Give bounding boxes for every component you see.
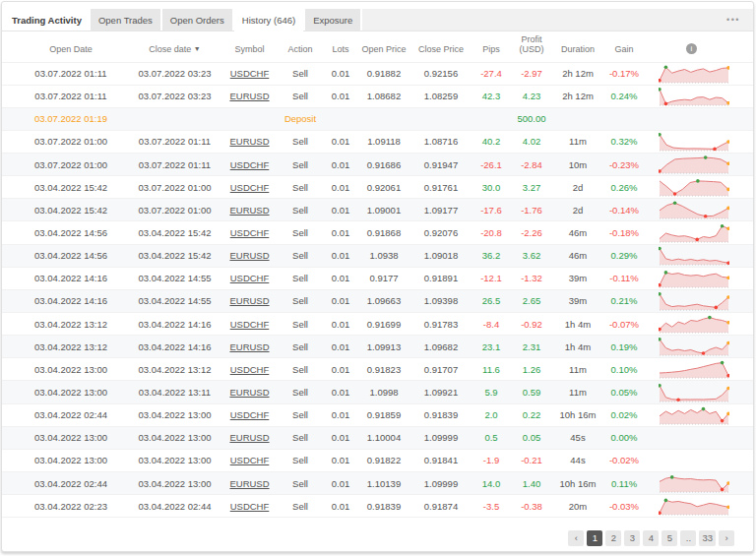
close-date: 03.04.2022 13:00 [128, 403, 221, 426]
profit: -1.32 [510, 267, 553, 289]
open-date: 03.04.2022 13:00 [2, 449, 128, 471]
pips: -3.5 [472, 495, 510, 518]
lots: 0.01 [323, 130, 358, 153]
pagination-page-5[interactable]: 5 [662, 530, 677, 546]
col-header-gain[interactable]: Gain [602, 31, 646, 62]
pagination-ellipsis[interactable]: .. [680, 530, 696, 546]
symbol-link: USDCHF [221, 313, 278, 336]
pips: 30.0 [472, 176, 510, 199]
col-header-profit[interactable]: Profit(USD) [510, 31, 553, 62]
duration: 46m [553, 221, 602, 244]
gain: 0.11% [602, 472, 646, 495]
pips: 40.2 [472, 130, 510, 153]
symbol-link: USDCHF [221, 176, 278, 199]
duration: 11m [553, 130, 602, 153]
profit: -2.84 [510, 154, 553, 176]
history-table-body: 03.07.2022 01:1103.07.2022 03:23USDCHFSe… [2, 62, 753, 518]
col-header-close-price[interactable]: Close Price [410, 31, 472, 62]
duration: 45s [553, 426, 602, 449]
pips: -20.8 [472, 221, 510, 244]
col-header-lots[interactable]: Lots [323, 31, 358, 62]
symbol-link: USDCHF [221, 495, 278, 518]
pagination-page-33[interactable]: 33 [699, 530, 716, 546]
tab-exposure[interactable]: Exposure [305, 9, 360, 31]
open-price: 1.0938 [358, 244, 410, 267]
gain: -0.11% [602, 267, 646, 289]
symbol-link: EURUSD [221, 289, 278, 312]
deposit-row: 03.07.2022 01:19Deposit500.00 [2, 107, 753, 130]
open-date: 03.07.2022 01:11 [2, 62, 128, 85]
col-header-chart: i [646, 31, 753, 62]
open-date: 03.04.2022 13:12 [2, 313, 128, 336]
gain: 0.26% [602, 176, 646, 199]
deposit-date: 03.07.2022 01:19 [2, 107, 128, 130]
trade-sparkline-chart [659, 314, 729, 334]
duration: 2d [553, 176, 602, 199]
trade-row: 03.04.2022 14:5603.04.2022 15:42USDCHFSe… [2, 221, 753, 244]
open-date: 03.04.2022 02:44 [2, 403, 128, 426]
chart-cell [646, 85, 753, 107]
close-price: 1.09398 [410, 289, 472, 312]
open-price: 1.09118 [358, 130, 410, 153]
col-header-duration[interactable]: Duration [553, 31, 602, 62]
open-price: 0.91823 [358, 358, 410, 381]
trade-row: 03.04.2022 02:2303.04.2022 02:44USDCHFSe… [2, 495, 753, 518]
pips: 11.6 [472, 358, 510, 381]
col-header-pips[interactable]: Pips [472, 31, 510, 62]
trade-sparkline-chart [659, 154, 729, 174]
open-date: 03.04.2022 13:00 [2, 381, 128, 403]
tab-history-646[interactable]: History (646) [234, 9, 303, 31]
symbol-link: EURUSD [221, 381, 278, 403]
chart-cell [646, 267, 753, 289]
open-price: 1.09663 [358, 289, 410, 312]
pagination-next-button[interactable]: › [719, 530, 734, 546]
trade-row: 03.04.2022 13:1203.04.2022 14:16USDCHFSe… [2, 313, 753, 336]
tab-open-trades[interactable]: Open Trades [91, 9, 160, 31]
open-date: 03.04.2022 14:56 [2, 221, 128, 244]
symbol-link: EURUSD [221, 85, 278, 107]
pagination-page-1[interactable]: 1 [587, 530, 602, 546]
chart-cell [646, 154, 753, 176]
trade-sparkline-chart [659, 246, 729, 266]
gain: 0.24% [602, 85, 646, 107]
gain: 0.19% [602, 336, 646, 358]
action: Sell [278, 244, 323, 267]
lots: 0.01 [323, 244, 358, 267]
chart-cell [646, 313, 753, 336]
tab-open-orders[interactable]: Open Orders [162, 9, 232, 31]
col-header-action[interactable]: Action [278, 31, 323, 62]
gain: 0.32% [602, 130, 646, 153]
trade-sparkline-chart [659, 359, 729, 379]
pagination: ‹12345..33› [568, 530, 734, 546]
symbol-link: USDCHF [221, 221, 278, 244]
info-icon[interactable]: i [686, 43, 697, 54]
duration: 2h 12m [553, 85, 602, 107]
lots: 0.01 [323, 313, 358, 336]
profit: -0.38 [510, 495, 553, 518]
gain: -0.18% [602, 221, 646, 244]
action: Sell [278, 403, 323, 426]
action: Sell [278, 85, 323, 107]
pagination-page-2[interactable]: 2 [605, 530, 621, 546]
gain: 0.29% [602, 244, 646, 267]
duration: 10h 16m [553, 403, 602, 426]
action: Sell [278, 154, 323, 176]
pagination-page-4[interactable]: 4 [643, 530, 659, 546]
symbol-link: EURUSD [221, 130, 278, 153]
col-header-open-price[interactable]: Open Price [358, 31, 410, 62]
col-header-open-date[interactable]: Open Date [2, 31, 128, 62]
close-date: 03.04.2022 14:16 [128, 336, 221, 358]
profit: 2.65 [510, 289, 553, 312]
close-date: 03.04.2022 13:00 [128, 449, 221, 471]
pagination-page-3[interactable]: 3 [624, 530, 640, 546]
ellipsis-menu-icon[interactable]: ••• [726, 16, 740, 25]
col-header-close-date[interactable]: Close date ▼ [128, 31, 221, 62]
pagination-prev-button[interactable]: ‹ [568, 530, 584, 546]
close-date: 03.04.2022 14:55 [128, 289, 221, 312]
duration: 11m [553, 381, 602, 403]
trade-row: 03.04.2022 14:5603.04.2022 15:42EURUSDSe… [2, 244, 753, 267]
open-price: 0.91686 [358, 154, 410, 176]
pips: 5.9 [472, 381, 510, 403]
col-header-symbol[interactable]: Symbol [221, 31, 278, 62]
lots: 0.01 [323, 381, 358, 403]
